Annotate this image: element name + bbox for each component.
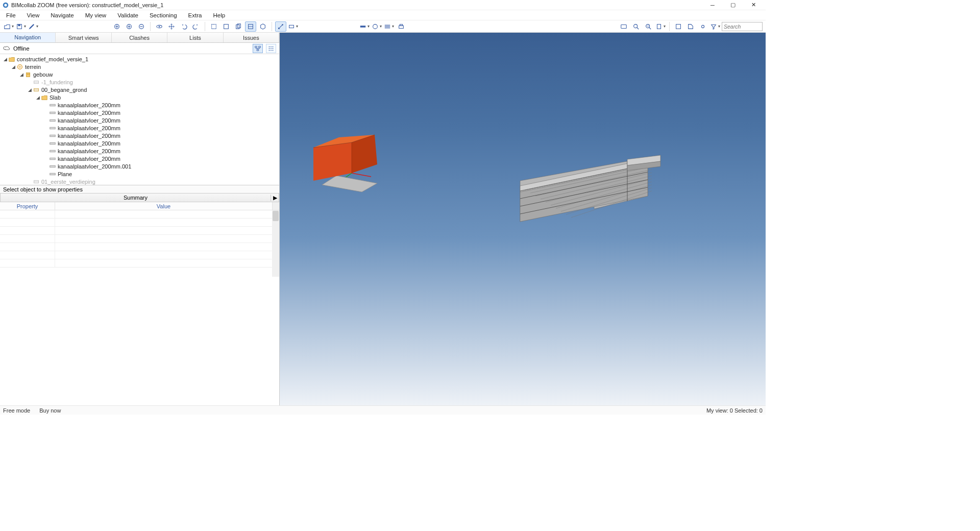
tab-clashes[interactable]: Clashes	[112, 33, 167, 42]
svg-marker-72	[322, 176, 377, 192]
zoom-selection-button[interactable]	[630, 21, 642, 32]
tree-row-slabitem[interactable]: kanaalplaatvloer_200mm	[0, 155, 279, 162]
menu-navigate[interactable]: Navigate	[48, 11, 76, 19]
pan-button[interactable]	[166, 21, 177, 32]
screenshot-button[interactable]	[618, 21, 629, 32]
titlebar: BIMcollab ZOOM (free version): construct…	[0, 0, 766, 10]
element-icon	[49, 109, 56, 116]
edges-button[interactable]	[383, 21, 395, 32]
svg-line-33	[649, 27, 651, 29]
menu-extra[interactable]: Extra	[186, 11, 204, 19]
settings-button[interactable]	[28, 21, 39, 32]
tree-row-plane[interactable]: Plane	[0, 170, 279, 178]
tree-mode-flat[interactable]	[266, 44, 276, 53]
tree-row-slabitem[interactable]: kanaalplaatvloer_200mm	[0, 147, 279, 155]
shading-button[interactable]	[371, 21, 382, 32]
svg-rect-22	[360, 26, 366, 28]
element-icon	[49, 171, 56, 178]
cube-button[interactable]	[257, 21, 268, 32]
svg-point-20	[282, 24, 283, 26]
menu-sectioning[interactable]: Sectioning	[148, 11, 179, 19]
tab-issues[interactable]: Issues	[224, 33, 279, 42]
svg-rect-61	[50, 135, 56, 137]
svg-rect-63	[50, 150, 56, 152]
property-scrollbar[interactable]	[272, 210, 279, 277]
menu-myview[interactable]: My view	[83, 11, 109, 19]
tree-row-gebouw[interactable]: ◢gebouw	[0, 70, 279, 78]
svg-marker-73	[313, 142, 352, 181]
element-icon	[49, 140, 56, 147]
3d-viewport[interactable]	[280, 33, 766, 405]
element-icon	[49, 155, 56, 162]
tree-row-root[interactable]: ◢constructief_model_versie_1	[0, 55, 279, 63]
status-buy[interactable]: Buy now	[39, 407, 61, 414]
building-icon	[24, 71, 32, 78]
section-button[interactable]	[233, 21, 244, 32]
link-button[interactable]	[697, 21, 708, 32]
tab-navigation[interactable]: Navigation	[0, 33, 56, 42]
annotation-button[interactable]	[287, 21, 299, 32]
status-mode: Free mode	[3, 407, 30, 414]
search-input[interactable]	[722, 22, 763, 31]
print-button[interactable]	[396, 21, 407, 32]
tree-row-terrein[interactable]: ◢terrein	[0, 63, 279, 70]
tree-row-slabitem[interactable]: kanaalplaatvloer_200mm	[0, 124, 279, 132]
column-property[interactable]: Property	[0, 202, 55, 210]
measure-button[interactable]	[275, 21, 286, 32]
orbit-button[interactable]	[154, 21, 165, 32]
tree-row-slabitem[interactable]: kanaalplaatvloer_200mm.001	[0, 162, 279, 170]
tree-row-fundering[interactable]: -1_fundering	[0, 78, 279, 86]
open-button[interactable]	[3, 21, 14, 32]
select-button[interactable]	[208, 21, 219, 32]
redo-view-button[interactable]	[190, 21, 202, 32]
zoom-fit-button[interactable]	[111, 21, 122, 32]
connection-row: Offline	[0, 43, 279, 54]
tree-row-slabitem[interactable]: kanaalplaatvloer_200mm	[0, 116, 279, 124]
svg-rect-51	[27, 74, 28, 75]
svg-rect-15	[224, 24, 229, 29]
menu-file[interactable]: File	[4, 11, 18, 19]
save-button[interactable]	[15, 21, 27, 32]
svg-rect-27	[399, 26, 404, 28]
column-value[interactable]: Value	[55, 202, 272, 210]
minimize-button[interactable]: ─	[702, 0, 723, 10]
tree-row-begane[interactable]: ◢00_begane_grond	[0, 86, 279, 93]
zoom-window-button[interactable]	[643, 21, 654, 32]
menubar: File View Navigate My view Validate Sect…	[0, 10, 766, 20]
bcf-button[interactable]	[673, 21, 684, 32]
svg-rect-64	[50, 158, 56, 160]
zoom-in-button[interactable]	[124, 21, 135, 32]
left-panel: Navigation Smart views Clashes Lists Iss…	[0, 33, 280, 405]
tree-row-slabitem[interactable]: kanaalplaatvloer_200mm	[0, 132, 279, 139]
tree-row-slabitem[interactable]: kanaalplaatvloer_200mm	[0, 109, 279, 116]
summary-next-icon[interactable]: ▶	[271, 195, 279, 201]
menu-help[interactable]: Help	[211, 11, 227, 19]
folder-icon	[41, 94, 48, 101]
menu-validate[interactable]: Validate	[115, 11, 140, 19]
close-button[interactable]: ✕	[743, 0, 764, 10]
svg-point-47	[271, 50, 272, 51]
tree-row-slabitem[interactable]: kanaalplaatvloer_200mm	[0, 101, 279, 109]
tree-row-eerste[interactable]: 01_eerste_verdieping	[0, 178, 279, 185]
summary-header[interactable]: Summary ▶	[0, 193, 279, 202]
tree-row-slabitem[interactable]: kanaalplaatvloer_200mm	[0, 139, 279, 147]
tab-smartviews[interactable]: Smart views	[56, 33, 111, 42]
menu-view[interactable]: View	[25, 11, 42, 19]
tree-mode-hierarchy[interactable]	[253, 44, 263, 53]
zoom-out-button[interactable]	[136, 21, 147, 32]
tab-lists[interactable]: Lists	[167, 33, 223, 42]
clipboard-button[interactable]	[655, 21, 666, 32]
filter-button[interactable]	[709, 21, 721, 32]
svg-rect-37	[255, 46, 257, 47]
model-tree[interactable]: ◢constructief_model_versie_1 ◢terrein ◢g…	[0, 54, 279, 185]
status-selection: My view: 0 Selected: 0	[706, 407, 763, 414]
display-mode-button[interactable]	[359, 21, 370, 32]
hide-button[interactable]	[220, 21, 232, 32]
box-button[interactable]	[245, 21, 256, 32]
maximize-button[interactable]: ▢	[723, 0, 743, 10]
tree-row-slab[interactable]: ◢Slab	[0, 93, 279, 101]
undo-view-button[interactable]	[178, 21, 189, 32]
svg-point-1	[4, 4, 7, 6]
tag-button[interactable]	[685, 21, 696, 32]
svg-rect-59	[50, 119, 56, 122]
